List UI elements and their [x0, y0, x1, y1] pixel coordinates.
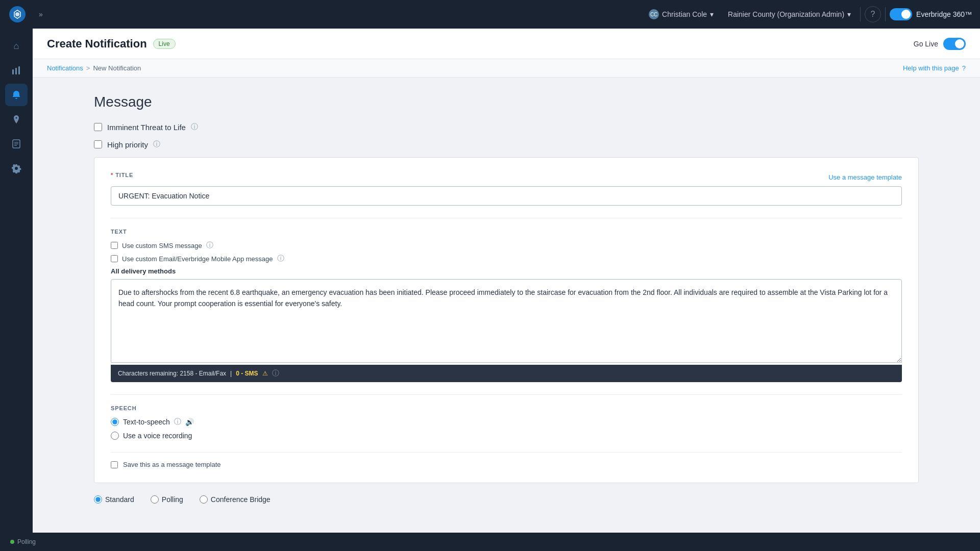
delivery-type-section: Standard Polling Conference Bridge [94, 495, 919, 504]
section-divider-1 [111, 218, 902, 218]
logo[interactable] [8, 5, 27, 23]
imminent-threat-label: Imminent Threat to Life [107, 123, 186, 132]
imminent-threat-row: Imminent Threat to Life ⓘ [94, 122, 919, 132]
voice-recording-radio[interactable] [111, 432, 119, 440]
help-link-label: Help with this page [903, 64, 959, 72]
sidebar: ⌂ [0, 29, 33, 533]
go-live-toggle[interactable] [943, 38, 966, 50]
speech-section-label: SPEECH [111, 405, 902, 411]
status-dot [10, 540, 14, 544]
live-badge: Live [153, 39, 176, 49]
delivery-methods-label: All delivery methods [111, 267, 902, 275]
section-divider-2 [111, 394, 902, 395]
form-card: * TITLE Use a message template TEXT Use … [94, 157, 919, 483]
title-field-group: * TITLE Use a message template [111, 172, 902, 206]
conference-bridge-label: Conference Bridge [211, 495, 271, 504]
required-star: * [111, 172, 113, 178]
custom-sms-info-icon[interactable]: ⓘ [206, 241, 213, 250]
high-priority-info-icon[interactable]: ⓘ [153, 140, 160, 149]
polling-radio[interactable] [151, 495, 159, 504]
high-priority-checkbox[interactable] [94, 140, 102, 148]
custom-email-info-icon[interactable]: ⓘ [277, 254, 284, 263]
svg-rect-2 [12, 69, 14, 74]
sidebar-item-analytics[interactable] [5, 59, 28, 82]
sidebar-item-map[interactable] [5, 108, 28, 131]
breadcrumb-parent-link[interactable]: Notifications [47, 64, 83, 72]
text-section-label: TEXT [111, 229, 902, 235]
sidebar-item-reports[interactable] [5, 133, 28, 155]
text-to-speech-row: Text-to-speech ⓘ 🔊 [111, 417, 902, 427]
top-navigation: » CC Christian Cole ▾ Rainier County (Or… [0, 0, 980, 29]
save-template-checkbox[interactable] [111, 461, 118, 468]
save-template-row: Save this as a message template [111, 452, 902, 468]
sidebar-item-notifications[interactable] [5, 84, 28, 106]
imminent-threat-info-icon[interactable]: ⓘ [191, 122, 198, 132]
char-separator: | [230, 370, 232, 377]
username-label: Christian Cole [662, 10, 707, 18]
polling-option: Polling [151, 495, 183, 504]
voice-recording-label: Use a voice recording [123, 432, 192, 440]
char-counter-bar: Characters remaining: 2158 - Email/Fax |… [111, 365, 902, 382]
breadcrumb-current: New Notification [93, 64, 141, 72]
custom-email-row: Use custom Email/Everbridge Mobile App m… [111, 254, 902, 263]
status-polling: Polling [10, 538, 36, 545]
go-live-label: Go Live [914, 40, 938, 48]
form-area: Message Imminent Threat to Life ⓘ High p… [33, 78, 980, 533]
voice-recording-row: Use a voice recording [111, 432, 902, 440]
page-title: Create Notification [47, 37, 147, 51]
text-to-speech-label: Text-to-speech [123, 418, 170, 426]
breadcrumb: Notifications > New Notification [47, 64, 141, 72]
toggle-360[interactable] [890, 8, 912, 20]
high-priority-row: High priority ⓘ [94, 140, 919, 149]
sidebar-item-home[interactable]: ⌂ [5, 35, 28, 57]
section-title: Message [94, 94, 919, 110]
content-area: Create Notification Live Go Live Notific… [33, 29, 980, 533]
status-bar: Polling [0, 533, 980, 551]
sms-count: 0 - SMS [236, 370, 258, 377]
svg-point-1 [15, 12, 19, 16]
help-link[interactable]: Help with this page ? [903, 64, 966, 72]
text-section: TEXT Use custom SMS message ⓘ Use custom… [111, 229, 902, 382]
user-menu-button[interactable]: CC Christian Cole ▾ [644, 6, 719, 22]
standard-label: Standard [105, 495, 134, 504]
high-priority-label: High priority [107, 140, 148, 149]
nav-divider [860, 7, 861, 21]
conference-bridge-option: Conference Bridge [200, 495, 271, 504]
standard-option: Standard [94, 495, 134, 504]
char-counter-email: Characters remaining: 2158 - Email/Fax [118, 370, 226, 377]
svg-rect-3 [15, 68, 17, 74]
nav-divider-2 [885, 7, 886, 21]
breadcrumb-bar: Notifications > New Notification Help wi… [33, 59, 980, 78]
brand-label: Everbridge 360™ [916, 10, 972, 18]
sidebar-toggle[interactable]: » [35, 8, 47, 20]
help-question-icon: ? [962, 64, 966, 72]
title-field-label: * TITLE [111, 172, 133, 178]
save-template-label: Save this as a message template [123, 461, 221, 468]
custom-email-label: Use custom Email/Everbridge Mobile App m… [122, 255, 273, 263]
tts-audio-icon[interactable]: 🔊 [185, 418, 194, 426]
help-icon[interactable]: ? [865, 6, 881, 22]
sms-info-icon[interactable]: ⓘ [272, 369, 279, 378]
org-menu-button[interactable]: Rainier County (Organization Admin) ▾ [723, 7, 856, 21]
use-template-link[interactable]: Use a message template [828, 173, 902, 181]
message-textarea[interactable] [111, 279, 902, 363]
custom-sms-checkbox[interactable] [111, 242, 118, 249]
page-header: Create Notification Live Go Live [33, 29, 980, 59]
tts-info-icon[interactable]: ⓘ [174, 417, 181, 427]
org-dropdown-icon: ▾ [847, 10, 851, 18]
custom-email-checkbox[interactable] [111, 255, 118, 262]
custom-sms-row: Use custom SMS message ⓘ [111, 241, 902, 250]
brand-badge: Everbridge 360™ [890, 8, 972, 20]
delivery-type-row: Standard Polling Conference Bridge [94, 495, 919, 504]
sms-warning-icon: ⚠ [262, 370, 268, 377]
conference-bridge-radio[interactable] [200, 495, 208, 504]
text-to-speech-radio[interactable] [111, 418, 119, 426]
standard-radio[interactable] [94, 495, 102, 504]
imminent-threat-checkbox[interactable] [94, 123, 102, 131]
user-avatar: CC [649, 9, 659, 19]
user-dropdown-icon: ▾ [710, 10, 714, 18]
breadcrumb-separator: > [86, 64, 90, 72]
polling-status-label: Polling [17, 538, 36, 545]
title-input[interactable] [111, 186, 902, 206]
sidebar-item-settings[interactable] [5, 157, 28, 180]
